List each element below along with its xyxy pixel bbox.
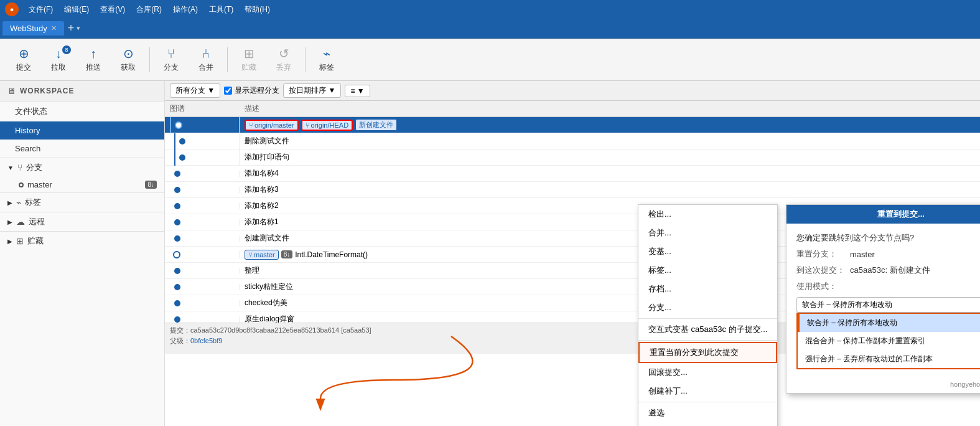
tab-new-button[interactable]: + [68,22,75,35]
menu-file[interactable]: 文件(F) [24,3,58,16]
sidebar-section-tags[interactable]: ▶ ⌁ 标签 [0,192,164,212]
origin-master-tag: ⑂ origin/master [245,120,299,131]
title-bar: ● 文件(F) 编辑(E) 查看(V) 合库(R) 操作(A) 工具(T) 帮助… [0,0,980,19]
tag-icon: ⌁ [323,46,330,61]
menu-edit[interactable]: 编辑(E) [59,3,94,16]
table-row[interactable]: 删除测试文件 [165,133,980,149]
tags-arrow-icon: ▶ [7,199,12,206]
sidebar-section-stash[interactable]: ▶ ⊞ 贮藏 [0,231,164,250]
sort-icon-dropdown[interactable]: ≡ ▼ [345,85,370,97]
pull-label: 拉取 [51,62,66,73]
reset-dialog: 重置到提交... 您确定要跳转到这个分支节点吗? 重置分支： master 到这… [786,204,980,394]
branch-name: master [27,180,52,189]
dialog-mode: 使用模式： [796,281,980,292]
fetch-button[interactable]: ⊙ 获取 [112,42,144,77]
branch-button[interactable]: ⑂ 分支 [155,43,187,77]
ctx-interactive-rebase[interactable]: 交互式变基 ca5aa53c 的子提交... [638,320,777,339]
ctx-cherry-pick[interactable]: 遴选 [638,404,777,422]
fetch-label: 获取 [121,62,136,73]
ctx-copy-sha[interactable]: 复制 SHA 到剪贴板 [638,422,777,426]
parent-link[interactable]: 0bfcfe5bf9 [190,337,222,344]
sort-dropdown[interactable]: 按日期排序 ▼ [283,83,341,98]
graph-cell [165,235,240,242]
ctx-create-patch[interactable]: 创建补丁... [638,382,777,400]
tab-nav-icon[interactable]: ▾ [77,24,80,32]
col-desc-header: 描述 [240,103,980,114]
sidebar-section-branches[interactable]: ▼ ⑂ 分支 [0,158,164,177]
mode-option-mixed[interactable]: 混合合并 – 保持工作副本并重置索引 [798,332,980,350]
graph-cell [165,219,240,225]
desc-cell: 添加名称4 [240,168,980,179]
workspace-label: WORKSPACE [20,87,74,95]
sort-label: 按日期排序 ▼ [289,85,335,96]
tag-button[interactable]: ⌁ 标签 [310,42,343,77]
sidebar-section-remote[interactable]: ▶ ☁ 远程 [0,212,164,231]
graph-cell [165,171,240,177]
stash-icon: ⊞ [244,46,254,61]
merge-icon: ⑃ [202,47,210,61]
stash-label: 贮藏 [241,62,256,73]
dialog-footer: hongyehongWorld [786,378,980,393]
graph-cell [165,316,240,323]
branch-filter-dropdown[interactable]: 所有分支 ▼ [170,83,220,98]
menu-view[interactable]: 查看(V) [95,3,130,16]
ctx-rollback[interactable]: 回滚提交... [638,363,777,382]
fetch-icon: ⊙ [123,46,134,61]
mode-option-hard[interactable]: 强行合并 – 丢弃所有改动过的工作副本 [798,350,980,368]
ctx-archive[interactable]: 存档... [638,280,777,298]
ctx-tag[interactable]: 标签... [638,261,777,280]
table-row[interactable]: 添加名称3 [165,182,980,198]
table-row[interactable]: ⑂ origin/master ⑂ origin/HEAD 新创建文件 [165,117,980,133]
menu-repo[interactable]: 合库(R) [131,3,167,16]
push-button[interactable]: ↑ 推送 [77,43,110,77]
mode-option-soft[interactable]: 软合并 – 保持所有本地改动 [798,314,980,332]
desc-cell: 添加打印语句 [240,152,980,163]
discard-button[interactable]: ↺ 丢弃 [268,42,300,77]
discard-label: 丢弃 [276,62,291,73]
menu-help[interactable]: 帮助(H) [240,3,275,16]
branch-dot-icon [19,182,24,187]
commit-button[interactable]: ⊕ 提交 [7,42,40,77]
dialog-question: 您确定要跳转到这个分支节点吗? [796,232,980,244]
branch-item-master[interactable]: master 8↓ [0,177,164,192]
origin-head-tag: ⑂ origin/HEAD [301,120,353,131]
table-row[interactable]: 添加名称4 [165,166,980,182]
ctx-checkout[interactable]: 检出... [638,205,777,224]
dialog-header: 重置到提交... [786,205,980,224]
ctx-sep-2 [638,340,777,341]
remote-icon: ☁ [16,217,25,227]
graph-cell [165,187,240,193]
ctx-sep-1 [638,318,777,319]
tab-webstudy[interactable]: WebStudy ✕ [2,21,64,36]
tags-icon: ⌁ [16,197,21,207]
dialog-reset-branch: 重置分支： master [796,249,980,260]
sidebar-item-history[interactable]: History [0,121,164,140]
tab-bar: WebStudy ✕ + ▾ [0,19,980,39]
ctx-merge[interactable]: 合并... [638,224,777,242]
ctx-rebase[interactable]: 变基... [638,242,777,261]
menu-action[interactable]: 操作(A) [168,3,203,16]
stash-label: 贮藏 [27,235,44,247]
ctx-reset-branch[interactable]: 重置当前分支到此次提交 [638,342,777,363]
stash-button[interactable]: ⊞ 贮藏 [233,42,265,77]
discard-icon: ↺ [279,46,289,61]
sidebar-item-search[interactable]: Search [0,140,164,158]
menu-tools[interactable]: 工具(T) [204,3,238,16]
ctx-branch[interactable]: 分支... [638,298,777,317]
dialog-to-commit: 到这次提交： ca5aa53c: 新创建文件 [796,265,980,276]
sidebar: 🖥 WORKSPACE 文件状态 History Search ▼ ⑂ 分支 m… [0,81,165,426]
show-remote-checkbox[interactable]: 显示远程分支 [224,85,279,96]
table-row[interactable]: 添加打印语句 [165,149,980,166]
graph-cell [165,117,240,133]
tab-close-icon[interactable]: ✕ [51,24,57,32]
master-tag: ⑂ master [245,250,279,260]
graph-cell [165,300,240,306]
push-icon: ↑ [90,47,96,61]
pull-button[interactable]: ↓ 8 拉取 [42,43,75,77]
show-remote-input[interactable] [224,87,232,95]
workspace-icon: 🖥 [7,86,16,96]
mode-select[interactable]: 软合并 – 保持所有本地改动 ▼ [796,297,980,313]
toolbar: ⊕ 提交 ↓ 8 拉取 ↑ 推送 ⊙ 获取 ⑂ 分支 ⑃ 合并 ⊞ 贮藏 ↺ 丢… [0,39,980,81]
sidebar-item-file-status[interactable]: 文件状态 [0,102,164,121]
merge-button[interactable]: ⑃ 合并 [190,43,222,77]
